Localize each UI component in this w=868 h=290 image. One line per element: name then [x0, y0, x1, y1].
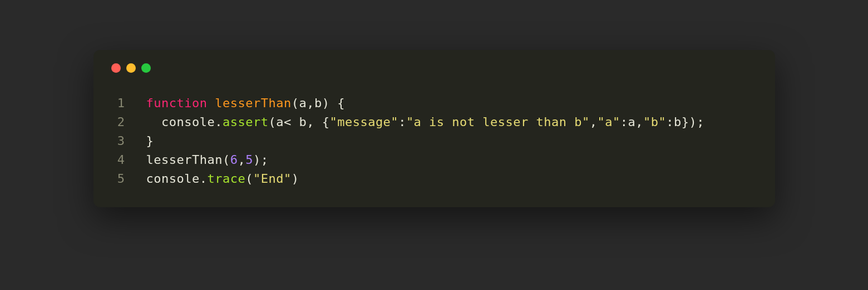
line-number: 2: [110, 113, 146, 132]
code-token: (a,b) {: [292, 96, 345, 110]
code-token: "End": [253, 172, 292, 186]
code-token: console.: [146, 115, 223, 129]
code-token: assert: [223, 115, 268, 129]
code-token: 5: [245, 153, 253, 167]
code-token: ,: [590, 115, 598, 129]
code-content: function lesserThan(a,b) {: [146, 94, 345, 113]
close-icon[interactable]: [111, 63, 121, 73]
code-line: 2 console.assert(a< b, {"message":"a is …: [110, 113, 758, 132]
code-token: function: [146, 96, 208, 110]
code-token: trace: [207, 172, 245, 186]
code-token: :b});: [666, 115, 704, 129]
code-token: ): [292, 172, 299, 186]
code-token: [207, 96, 215, 110]
code-line: 3}: [110, 132, 758, 151]
code-content: lesserThan(6,5);: [146, 151, 269, 169]
line-number: 1: [110, 94, 146, 113]
code-token: "b": [643, 115, 666, 129]
code-token: "message": [329, 115, 398, 129]
code-line: 1function lesserThan(a,b) {: [110, 94, 758, 113]
code-token: lesserThan: [215, 96, 291, 110]
code-block: 1function lesserThan(a,b) {2 console.ass…: [110, 94, 758, 188]
traffic-lights: [111, 63, 758, 73]
code-token: "a": [598, 115, 620, 129]
code-token: :a,: [620, 115, 643, 129]
code-line: 4lesserThan(6,5);: [110, 151, 758, 169]
code-content: }: [146, 132, 154, 151]
line-number: 4: [110, 151, 146, 169]
code-token: (a< b, {: [268, 115, 329, 129]
code-token: :: [398, 115, 406, 129]
maximize-icon[interactable]: [141, 63, 151, 73]
code-token: );: [253, 153, 269, 167]
code-token: }: [146, 134, 154, 148]
code-content: console.assert(a< b, {"message":"a is no…: [146, 113, 705, 132]
code-window: 1function lesserThan(a,b) {2 console.ass…: [93, 50, 775, 207]
code-token: ,: [238, 153, 245, 167]
line-number: 5: [110, 169, 146, 188]
code-token: 6: [230, 153, 238, 167]
code-token: (: [245, 172, 253, 186]
code-token: lesserThan(: [146, 153, 230, 167]
code-content: console.trace("End"): [146, 169, 299, 188]
code-line: 5console.trace("End"): [110, 169, 758, 188]
minimize-icon[interactable]: [126, 63, 136, 73]
code-token: "a is not lesser than b": [406, 115, 590, 129]
line-number: 3: [110, 132, 146, 151]
code-token: console.: [146, 172, 208, 186]
